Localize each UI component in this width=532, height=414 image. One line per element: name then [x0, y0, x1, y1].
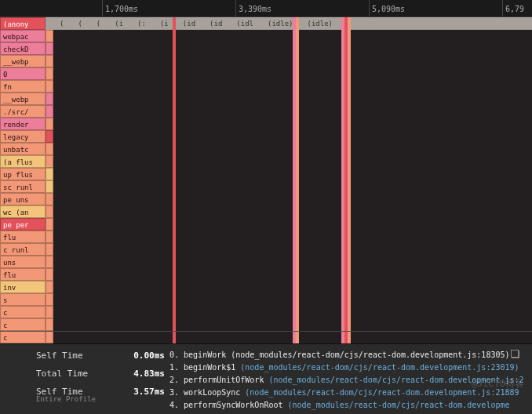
stack-frame-row[interactable]: 4. performSyncWorkOnRoot (node_modules/r…	[169, 399, 532, 412]
metric-label: Total Time	[36, 369, 88, 379]
details-panel: Self Time0.00msTotal Time4.83msSelf Time…	[0, 343, 532, 414]
flame-stripe[interactable]	[348, 17, 351, 375]
horizontal-separator	[0, 331, 532, 332]
ruler-tick: 1,700ms	[102, 0, 138, 16]
metric-row: Total Time4.83ms	[36, 369, 165, 379]
stack-frame-row[interactable]: 0. beginWork (node_modules/react-dom/cjs…	[169, 349, 532, 361]
metric-row: Self TimeEntire Profile3.57ms	[36, 387, 165, 403]
time-ruler[interactable]: 1,700ms3,390ms5,090ms6,79	[0, 0, 532, 17]
details-gutter	[0, 344, 36, 414]
ruler-tick: 3,390ms	[235, 0, 271, 16]
ruler-tick: 5,090ms	[369, 0, 405, 16]
copy-icon[interactable]	[512, 350, 519, 358]
metric-value: 0.00ms	[133, 350, 165, 361]
stack-frame-row[interactable]: 1. beginWork$1 (node_modules/react-dom/c…	[169, 361, 532, 374]
metric-value: 4.83ms	[133, 369, 165, 379]
flame-stripe[interactable]	[173, 17, 176, 375]
metric-label: Self TimeEntire Profile	[36, 387, 96, 403]
metric-value: 3.57ms	[133, 387, 165, 403]
flame-chart-panel: 1,700ms3,390ms5,090ms6,79 ((((i(:(i(id(i…	[0, 0, 532, 414]
watermark-text: @51CTO博客	[472, 377, 524, 390]
metric-label: Self Time	[36, 350, 83, 361]
metric-row: Self Time0.00ms	[36, 350, 165, 361]
ruler-tick: 6,79	[502, 0, 524, 16]
details-metrics: Self Time0.00msTotal Time4.83msSelf Time…	[36, 344, 169, 414]
flame-stripe[interactable]	[296, 17, 299, 375]
